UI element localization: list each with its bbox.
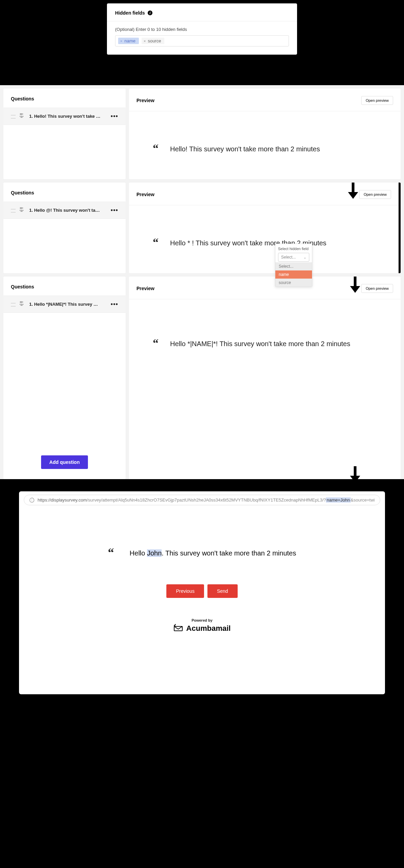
remove-tag-icon[interactable]: × (144, 39, 146, 43)
globe-icon (30, 498, 34, 503)
quote-icon: “ (108, 549, 114, 555)
open-preview-button[interactable]: Open preview (361, 96, 393, 105)
envelope-icon (173, 624, 183, 633)
preview-text: Hello! This survey won't take more than … (170, 145, 320, 153)
brand-name: Acumbamail (186, 624, 231, 633)
send-button[interactable]: Send (207, 584, 238, 598)
url-bar[interactable]: https://displaysurvey.com/survey/attempt… (24, 495, 380, 505)
questions-title: Questions (3, 284, 126, 296)
survey-greeting: Hello John. This survey won't take more … (130, 549, 296, 557)
dropdown-options: Select... name source (275, 262, 312, 287)
quote-icon: “ (153, 239, 159, 245)
more-icon[interactable]: ••• (111, 301, 118, 308)
tag-label: source (148, 38, 161, 43)
tag-name[interactable]: × name (118, 38, 139, 44)
question-item[interactable]: —— 1. Hello! This survey won't take mo..… (3, 108, 126, 125)
preview-panel: Preview Open preview “ Hello *|NAME|*! T… (129, 277, 401, 479)
preview-panel: Preview Open preview “ Hello! This surve… (129, 89, 401, 179)
question-text: 1. Hello *|NAME|*! This survey won'... (29, 302, 100, 307)
questions-panel: Questions —— 1. Hello! This survey won't… (3, 89, 126, 179)
chevron-down-icon: ⌄ (304, 256, 306, 259)
open-preview-button[interactable]: Open preview (361, 284, 393, 293)
more-icon[interactable]: ••• (111, 113, 118, 120)
quote-icon: “ (153, 340, 159, 346)
editor-row-2: Questions —— 1. Hello @! This survey won… (0, 183, 404, 273)
arrow-down-icon (354, 277, 356, 293)
preview-text: Hello *|NAME|*! This survey won't take m… (170, 340, 350, 348)
url-text: https://displaysurvey.com/survey/attempt… (38, 497, 374, 503)
hidden-fields-card: Hidden fields i (Optional) Enter 0 to 10… (107, 3, 297, 55)
dropdown-select[interactable]: Select... ⌄ (278, 253, 309, 262)
brand-logo[interactable]: Acumbamail (33, 624, 371, 633)
dropdown-option-name[interactable]: name (275, 270, 312, 279)
question-item[interactable]: —— 1. Hello @! This survey won't take ..… (3, 202, 126, 219)
editor-row-1: Questions —— 1. Hello! This survey won't… (0, 89, 404, 179)
question-type-icon (20, 113, 25, 119)
questions-title: Questions (3, 96, 126, 108)
quote-icon: “ (153, 145, 159, 151)
editor-row-3: Questions —— 1. Hello *|NAME|*! This sur… (0, 277, 404, 479)
questions-title: Questions (3, 190, 126, 202)
hidden-fields-input[interactable]: × name × source (115, 35, 289, 46)
preview-panel: Preview Open preview “ Hello * ! This su… (129, 183, 401, 273)
question-text: 1. Hello @! This survey won't take ... (29, 208, 100, 213)
questions-panel: Questions —— 1. Hello @! This survey won… (3, 183, 126, 273)
drag-handle-icon[interactable]: —— (11, 301, 16, 307)
drag-handle-icon[interactable]: —— (11, 207, 16, 213)
preview-title: Preview (136, 286, 154, 291)
dropdown-header: Select hidden field (278, 247, 309, 251)
arrow-down-icon (352, 183, 354, 199)
preview-title: Preview (136, 192, 154, 197)
info-icon[interactable]: i (148, 11, 152, 15)
tag-source[interactable]: × source (142, 38, 164, 44)
hidden-field-dropdown[interactable]: Select hidden field Select... ⌄ Select..… (275, 244, 312, 287)
hidden-fields-hint: (Optional) Enter 0 to 10 hidden fields (115, 27, 289, 32)
open-preview-button[interactable]: Open preview (359, 190, 391, 199)
dropdown-option-source[interactable]: source (275, 279, 312, 287)
tag-label: name (124, 38, 135, 43)
question-type-icon (20, 207, 25, 213)
question-item[interactable]: —— 1. Hello *|NAME|*! This survey won'..… (3, 296, 126, 313)
arrow-down-icon (354, 466, 356, 483)
questions-panel: Questions —— 1. Hello *|NAME|*! This sur… (3, 277, 126, 479)
hidden-fields-title: Hidden fields (115, 10, 145, 16)
question-text: 1. Hello! This survey won't take mo... (29, 114, 100, 119)
remove-tag-icon[interactable]: × (120, 39, 122, 43)
drag-handle-icon[interactable]: —— (11, 113, 16, 119)
powered-by-label: Powered by (33, 618, 371, 622)
add-question-button[interactable]: Add question (41, 455, 88, 469)
question-type-icon (20, 301, 25, 307)
arrow-down-icon (201, 60, 203, 84)
previous-button[interactable]: Previous (166, 584, 204, 598)
preview-title: Preview (136, 98, 154, 103)
more-icon[interactable]: ••• (111, 207, 118, 214)
hidden-fields-header: Hidden fields i (107, 3, 297, 21)
dropdown-option-select[interactable]: Select... (275, 262, 312, 270)
dropdown-placeholder: Select... (281, 255, 296, 260)
browser-window: https://displaysurvey.com/survey/attempt… (19, 491, 385, 694)
